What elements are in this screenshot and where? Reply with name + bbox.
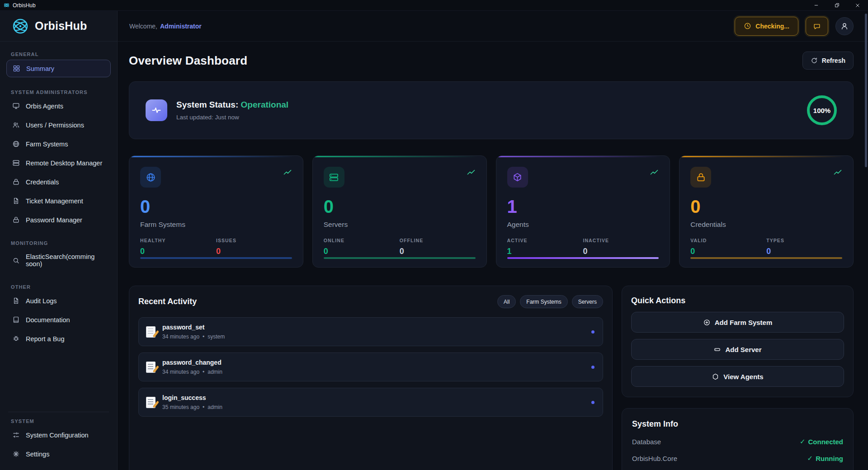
window-title: OrbisHub bbox=[13, 2, 36, 9]
section-label-general: GENERAL bbox=[6, 48, 111, 60]
search-icon bbox=[12, 257, 20, 264]
info-status: ✓ Connected bbox=[800, 437, 843, 446]
server-icon bbox=[324, 167, 344, 188]
filter-all[interactable]: All bbox=[497, 295, 516, 308]
stat-card-credentials: 0 Credentials VALID 0 TYPES 0 bbox=[679, 155, 854, 268]
activity-row[interactable]: password_set 34 minutes ago • system bbox=[138, 317, 603, 346]
section-label-system-administrators: SYSTEM ADMINISTRATORS bbox=[6, 86, 111, 98]
substat-value: 1 bbox=[507, 247, 583, 256]
action-label: Add Server bbox=[725, 346, 761, 353]
close-button[interactable] bbox=[847, 0, 868, 10]
card-bottom-bar bbox=[690, 257, 842, 259]
activity-meta: 35 minutes ago • admin bbox=[162, 404, 222, 410]
activity-title: login_success bbox=[162, 394, 222, 401]
sidebar-item-label: Summary bbox=[26, 65, 54, 72]
sidebar-divider bbox=[8, 412, 109, 412]
username-link[interactable]: Administrator bbox=[160, 23, 202, 30]
sidebar: OrbisHub GENERAL Summary SYSTEM ADMINIST… bbox=[0, 11, 118, 470]
system-info-title: System Info bbox=[632, 419, 843, 429]
sidebar-item-settings[interactable]: Settings bbox=[6, 446, 111, 462]
minimize-button[interactable] bbox=[806, 0, 826, 10]
stat-value: 1 bbox=[507, 197, 659, 216]
sidebar-item-elasticsearch[interactable]: ElasticSearch(comming soon) bbox=[6, 249, 111, 272]
activity-meta: 34 minutes ago • system bbox=[162, 334, 225, 340]
checking-button[interactable]: Checking... bbox=[735, 17, 798, 36]
sidebar-item-credentials[interactable]: Credentials bbox=[6, 174, 111, 190]
info-label: Database bbox=[632, 438, 661, 446]
users-icon bbox=[12, 121, 20, 129]
sidebar-item-label: System Configuration bbox=[26, 432, 89, 439]
trend-up-icon bbox=[467, 169, 476, 178]
refresh-button[interactable]: Refresh bbox=[802, 52, 854, 70]
action-label: Add Farm System bbox=[715, 319, 773, 326]
sidebar-item-label: Farm Systems bbox=[26, 141, 68, 148]
view-agents-button[interactable]: View Agents bbox=[631, 366, 844, 387]
stat-value: 0 bbox=[324, 197, 476, 216]
sidebar-item-label: Password Manager bbox=[26, 216, 82, 224]
stat-name: Agents bbox=[507, 221, 659, 229]
user-icon bbox=[840, 22, 849, 31]
window-titlebar: OrbisHub bbox=[0, 0, 868, 11]
stat-card-farm-systems: 0 Farm Systems HEALTHY 0 ISSUES 0 bbox=[129, 155, 303, 268]
trend-up-icon bbox=[833, 169, 842, 178]
sidebar-item-label: ElasticSearch(comming soon) bbox=[26, 253, 105, 268]
sidebar-item-farm-systems[interactable]: Farm Systems bbox=[6, 136, 111, 152]
sidebar-item-label: Audit Logs bbox=[26, 297, 57, 305]
sidebar-item-ticket-management[interactable]: Ticket Management bbox=[6, 193, 111, 209]
unread-dot bbox=[591, 330, 594, 334]
sidebar-item-report-a-bug[interactable]: Report a Bug bbox=[6, 330, 111, 347]
file-text-icon bbox=[12, 297, 20, 305]
substat-label: VALID bbox=[690, 238, 766, 243]
sidebar-item-remote-desktop-manager[interactable]: Remote Desktop Manager bbox=[6, 155, 111, 171]
info-label: OrbisHub.Core bbox=[632, 455, 677, 462]
user-avatar[interactable] bbox=[835, 17, 854, 35]
sidebar-item-orbis-agents[interactable]: Orbis Agents bbox=[6, 98, 111, 114]
system-info-panel: System Info Database ✓ Connected OrbisHu… bbox=[622, 408, 854, 470]
sidebar-item-system-configuration[interactable]: System Configuration bbox=[6, 427, 111, 443]
substat-value: 0 bbox=[140, 247, 216, 256]
substat-label: TYPES bbox=[766, 238, 842, 243]
brand-name: OrbisHub bbox=[35, 19, 87, 33]
memo-icon bbox=[146, 326, 156, 338]
sidebar-item-password-manager[interactable]: Password Manager bbox=[6, 212, 111, 228]
clock-icon bbox=[744, 22, 751, 30]
card-accent-line bbox=[496, 156, 670, 157]
sidebar-item-documentation[interactable]: Documentation bbox=[6, 311, 111, 328]
sidebar-item-summary[interactable]: Summary bbox=[6, 60, 111, 77]
hexagon-icon bbox=[712, 373, 719, 381]
stat-name: Servers bbox=[324, 221, 476, 229]
quick-actions-title: Quick Actions bbox=[631, 296, 844, 306]
add-server-button[interactable]: Add Server bbox=[631, 339, 844, 360]
recent-activity-title: Recent Activity bbox=[138, 297, 197, 306]
activity-title: password_set bbox=[162, 324, 225, 331]
server-icon bbox=[12, 159, 20, 167]
system-info-row: Database ✓ Connected bbox=[632, 437, 843, 446]
filter-farm-systems[interactable]: Farm Systems bbox=[520, 295, 567, 308]
chat-button[interactable] bbox=[806, 17, 828, 36]
scrollbar-thumb[interactable] bbox=[865, 14, 867, 167]
sidebar-item-audit-logs[interactable]: Audit Logs bbox=[6, 292, 111, 309]
last-updated-text: Last updated: Just now bbox=[176, 114, 288, 121]
substat-value: 0 bbox=[766, 247, 842, 256]
refresh-label: Refresh bbox=[822, 57, 845, 64]
add-farm-system-button[interactable]: Add Farm System bbox=[631, 312, 844, 333]
activity-row[interactable]: password_changed 34 minutes ago • admin bbox=[138, 352, 603, 381]
card-accent-line bbox=[679, 156, 853, 157]
book-icon bbox=[12, 316, 20, 324]
activity-row[interactable]: login_success 35 minutes ago • admin bbox=[138, 388, 603, 417]
app-icon bbox=[4, 2, 9, 8]
substat-label: ONLINE bbox=[324, 238, 400, 243]
plus-circle-icon bbox=[703, 319, 711, 326]
stat-card-servers: 0 Servers ONLINE 0 OFFLINE 0 bbox=[312, 155, 487, 268]
card-bottom-bar bbox=[324, 257, 476, 259]
gear-icon bbox=[12, 450, 20, 458]
restore-button[interactable] bbox=[826, 0, 847, 10]
unread-dot bbox=[591, 366, 594, 369]
recent-activity-panel: Recent Activity All Farm Systems Servers… bbox=[129, 286, 613, 470]
trend-up-icon bbox=[283, 169, 292, 178]
sidebar-item-users-permissions[interactable]: Users / Permissions bbox=[6, 117, 111, 133]
card-bottom-bar bbox=[140, 257, 292, 259]
system-status-card: System Status: Operational Last updated:… bbox=[129, 81, 854, 139]
filter-servers[interactable]: Servers bbox=[572, 295, 603, 308]
activity-pulse-icon bbox=[146, 99, 167, 121]
